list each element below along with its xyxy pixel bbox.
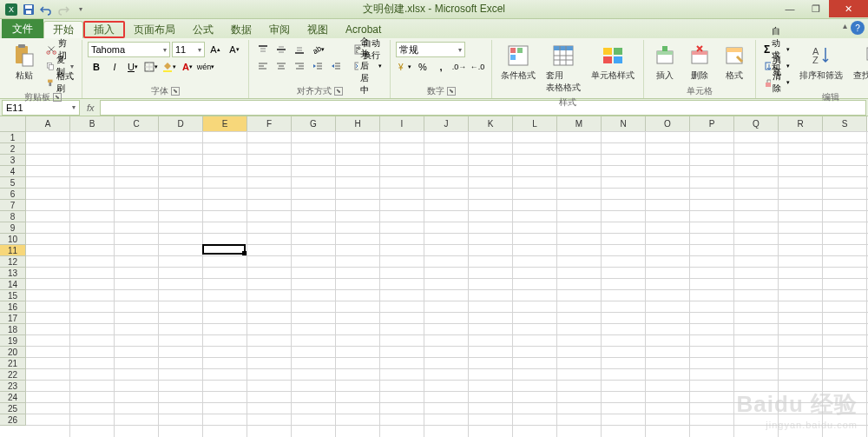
font-color-icon[interactable]: A▾ (179, 59, 196, 75)
format-as-table-button[interactable]: 套用 表格格式 (542, 42, 584, 96)
border-icon[interactable]: ▾ (142, 59, 160, 75)
underline-icon[interactable]: U▾ (124, 59, 141, 75)
number-format-combo[interactable]: 常规▾ (396, 42, 465, 57)
row-header[interactable]: 22 (0, 369, 26, 381)
row-header[interactable]: 24 (0, 392, 26, 403)
decrease-decimal-icon[interactable]: ←.0 (469, 59, 486, 75)
accounting-format-icon[interactable]: ¥▾ (396, 59, 413, 75)
column-header[interactable]: Q (734, 116, 779, 132)
merge-center-button[interactable]: 合并后居中▾ (352, 58, 385, 74)
row-header[interactable]: 10 (0, 234, 26, 245)
column-header[interactable]: G (292, 116, 336, 132)
tab-插入[interactable]: 插入 (83, 21, 125, 38)
column-header[interactable]: E (203, 116, 247, 132)
tab-视图[interactable]: 视图 (299, 21, 337, 38)
increase-indent-icon[interactable] (327, 58, 345, 74)
tab-页面布局[interactable]: 页面布局 (125, 21, 184, 38)
row-header[interactable]: 9 (0, 222, 26, 234)
align-bottom-icon[interactable] (291, 42, 308, 57)
row-header[interactable]: 15 (0, 290, 26, 301)
row-header[interactable]: 26 (0, 414, 26, 426)
clipboard-dialog-launcher[interactable]: ⬊ (53, 93, 62, 102)
row-header[interactable]: 20 (0, 347, 26, 358)
column-header[interactable]: D (159, 116, 203, 132)
column-header[interactable]: P (690, 116, 734, 132)
phonetic-icon[interactable]: wén▾ (197, 59, 214, 75)
insert-cells-button[interactable]: 插入 (649, 42, 681, 83)
minimize-button[interactable]: — (777, 0, 803, 17)
row-header[interactable]: 11 (0, 245, 26, 256)
tab-数据[interactable]: 数据 (222, 21, 260, 38)
help-icon[interactable]: ? (851, 21, 865, 35)
column-header[interactable]: I (380, 116, 424, 132)
formula-bar[interactable] (100, 100, 866, 116)
row-header[interactable]: 14 (0, 279, 26, 290)
font-name-combo[interactable]: Tahoma▾ (88, 42, 170, 57)
undo-icon[interactable] (38, 2, 54, 17)
conditional-format-button[interactable]: 条件格式 (497, 42, 539, 83)
delete-cells-button[interactable]: 删除 (684, 42, 715, 83)
column-header[interactable]: C (115, 116, 159, 132)
close-button[interactable]: ✕ (829, 0, 868, 17)
comma-icon[interactable]: , (432, 59, 450, 75)
tab-开始[interactable]: 开始 (43, 21, 83, 38)
row-header[interactable]: 3 (0, 155, 26, 166)
row-header[interactable]: 13 (0, 268, 26, 279)
row-header[interactable]: 7 (0, 200, 26, 211)
column-header[interactable]: L (513, 116, 557, 132)
clear-button[interactable]: 清除▾ (761, 75, 792, 90)
row-header[interactable]: 2 (0, 143, 26, 155)
font-size-combo[interactable]: 11▾ (172, 42, 205, 57)
tab-审阅[interactable]: 审阅 (260, 21, 299, 38)
fill-color-icon[interactable]: ▾ (161, 59, 178, 75)
fx-icon[interactable]: fx (82, 103, 100, 113)
tab-公式[interactable]: 公式 (184, 21, 222, 38)
cells-area[interactable] (26, 132, 868, 437)
cell-styles-button[interactable]: 单元格样式 (588, 42, 638, 83)
save-icon[interactable] (21, 2, 36, 17)
row-header[interactable]: 23 (0, 381, 26, 392)
format-painter-button[interactable]: 格式刷 (43, 75, 76, 90)
column-header[interactable]: S (823, 116, 867, 132)
paste-button[interactable]: 粘贴 (9, 42, 40, 83)
column-header[interactable]: A (26, 116, 70, 132)
decrease-font-icon[interactable]: A▾ (226, 42, 243, 57)
format-cells-button[interactable]: 格式 (719, 42, 750, 83)
find-select-button[interactable]: 查找和选择 (850, 42, 868, 83)
column-header[interactable]: R (779, 116, 823, 132)
align-top-icon[interactable] (254, 42, 272, 57)
row-header[interactable]: 18 (0, 324, 26, 335)
redo-icon[interactable] (56, 2, 71, 17)
font-dialog-launcher[interactable]: ⬊ (171, 87, 180, 96)
row-header[interactable]: 8 (0, 211, 26, 222)
ribbon-minimize-icon[interactable]: ▴ (843, 21, 847, 35)
percent-icon[interactable]: % (414, 59, 431, 75)
column-header[interactable]: M (557, 116, 602, 132)
qat-customize-icon[interactable]: ▾ (73, 2, 89, 17)
column-header[interactable]: B (70, 116, 115, 132)
row-header[interactable]: 4 (0, 166, 26, 177)
column-header[interactable]: K (469, 116, 513, 132)
file-tab[interactable]: 文件 (2, 19, 43, 38)
row-header[interactable]: 25 (0, 403, 26, 414)
row-header[interactable]: 21 (0, 358, 26, 369)
decrease-indent-icon[interactable] (309, 58, 326, 74)
italic-icon[interactable]: I (106, 59, 123, 75)
orientation-icon[interactable]: ab▾ (309, 42, 326, 57)
column-header[interactable]: H (336, 116, 380, 132)
row-header[interactable]: 12 (0, 256, 26, 268)
row-header[interactable]: 5 (0, 177, 26, 189)
align-center-icon[interactable] (273, 58, 290, 74)
number-dialog-launcher[interactable]: ⬊ (447, 87, 456, 96)
row-header[interactable]: 1 (0, 132, 26, 143)
column-header[interactable]: J (424, 116, 469, 132)
align-left-icon[interactable] (254, 58, 272, 74)
row-header[interactable]: 6 (0, 189, 26, 200)
increase-font-icon[interactable]: A▴ (207, 42, 224, 57)
column-header[interactable]: F (247, 116, 292, 132)
increase-decimal-icon[interactable]: .0→ (450, 59, 468, 75)
select-all-corner[interactable] (0, 116, 26, 132)
active-cell[interactable] (202, 244, 246, 255)
align-right-icon[interactable] (291, 58, 308, 74)
sort-filter-button[interactable]: AZ排序和筛选 (796, 42, 846, 83)
